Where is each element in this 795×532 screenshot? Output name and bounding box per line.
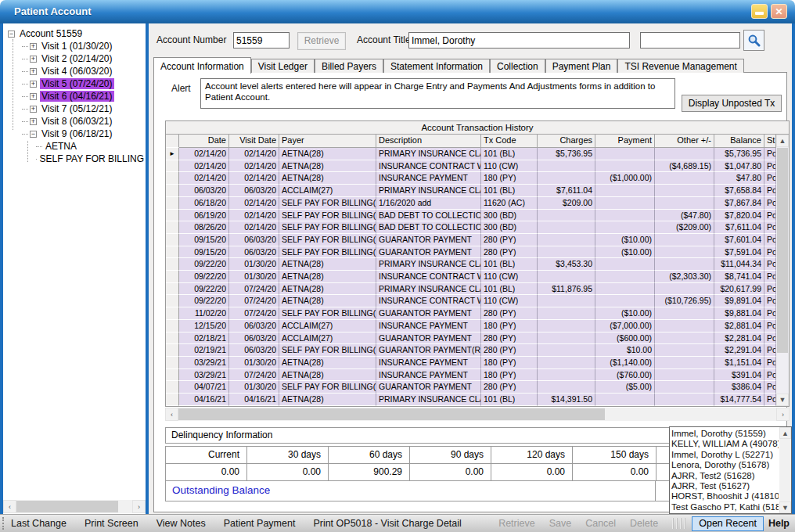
tree-item-visit-8-06-03-21[interactable]: +Visit 8 (06/03/21)	[22, 115, 146, 128]
outstanding-balance-link[interactable]: Outstanding Balance	[172, 484, 270, 496]
row-selector[interactable]	[166, 246, 179, 259]
minimize-button[interactable]	[751, 4, 768, 19]
table-row[interactable]: ►02/14/2002/14/20AETNA(28)PRIMARY INSURA…	[166, 148, 789, 160]
table-row[interactable]: 09/22/2001/30/20AETNA(28)INSURANCE CONTR…	[166, 271, 789, 283]
tab-tsi-revenue-management[interactable]: TSI Revenue Management	[617, 59, 743, 73]
row-selector[interactable]	[166, 307, 179, 320]
recent-patient-item[interactable]: KELLY, WILLIAM A (49078)	[671, 439, 779, 449]
tree-root-account[interactable]: − Account 51559	[8, 27, 146, 40]
table-row[interactable]: 04/07/2101/30/20SELF PAY FOR BILLING(GUA…	[166, 381, 789, 394]
expand-icon[interactable]: +	[30, 56, 37, 63]
tree-item-label[interactable]: Visit 2 (02/14/20)	[40, 53, 114, 64]
expand-icon[interactable]: +	[30, 118, 37, 125]
scroll-left-icon[interactable]: ‹	[165, 408, 178, 421]
row-selector[interactable]	[166, 344, 179, 357]
row-selector[interactable]	[166, 160, 179, 173]
row-selector[interactable]	[166, 332, 179, 345]
tree-item-label[interactable]: Visit 9 (06/18/21)	[40, 128, 114, 139]
row-selector[interactable]	[166, 394, 179, 406]
expand-icon[interactable]: +	[30, 93, 37, 100]
row-selector[interactable]	[166, 283, 179, 296]
tree-child-label[interactable]: SELF PAY FOR BILLING	[38, 153, 146, 164]
recent-patient-item[interactable]: Immel, Dorothy (51559)	[671, 429, 779, 439]
table-row[interactable]: 03/29/2101/30/20AETNA(28)INSURANCE PAYME…	[166, 357, 789, 369]
tree-item-label[interactable]: Visit 8 (06/03/21)	[40, 116, 114, 127]
table-horizontal-scrollbar[interactable]: ‹ ›	[165, 408, 790, 421]
table-row[interactable]: 06/19/2002/14/20SELF PAY FOR BILLING(BAD…	[166, 210, 789, 222]
row-selector[interactable]	[166, 295, 179, 307]
display-unposted-tx-button[interactable]: Display Unposted Tx	[682, 95, 782, 112]
tree-item-visit-1-01-30-20[interactable]: +Visit 1 (01/30/20)	[22, 40, 146, 52]
recent-patient-item[interactable]: Immel, Dorothy L (52271)	[671, 450, 779, 460]
row-selector[interactable]	[166, 221, 179, 234]
recent-patient-item[interactable]: Test Gascho PT, Kathi (5182	[671, 502, 779, 512]
tree-item-label[interactable]: Visit 6 (04/16/21)	[40, 91, 114, 102]
column-header-visit-date[interactable]: Visit Date	[229, 135, 279, 148]
scrollbar-thumb[interactable]	[16, 501, 118, 512]
scroll-right-icon[interactable]: ›	[132, 500, 146, 513]
open-recent-button[interactable]: Open Recent	[692, 516, 764, 531]
table-row[interactable]: 09/22/2007/24/20AETNA(28)INSURANCE CONTR…	[166, 295, 789, 307]
column-header-payer[interactable]: Payer	[279, 135, 376, 148]
column-header-tx-code[interactable]: Tx Code	[481, 135, 538, 148]
tree-item-visit-9-06-18-21[interactable]: −Visit 9 (06/18/21)	[22, 128, 146, 140]
column-header-balance[interactable]: Balance	[714, 135, 764, 148]
close-button[interactable]: ✕	[771, 4, 787, 19]
recent-patient-item[interactable]: HORST, Bhooshit J (41810)	[671, 491, 779, 501]
column-header-date[interactable]: Date	[179, 135, 229, 148]
table-row[interactable]: 09/22/2001/30/20AETNA(28)PRIMARY INSURAN…	[166, 258, 789, 271]
table-row[interactable]: 02/19/2106/03/20SELF PAY FOR BILLING(GUA…	[166, 344, 789, 357]
table-row[interactable]: 02/14/2002/14/20AETNA(28)INSURANCE CONTR…	[166, 160, 789, 173]
scroll-left-icon[interactable]: ‹	[3, 500, 16, 513]
retrieve-button[interactable]: Retrieve	[297, 32, 346, 50]
statusbar-print-op5018-visit-charge-detail[interactable]: Print OP5018 - Visit Charge Detail	[313, 518, 461, 529]
row-selector[interactable]	[166, 197, 179, 210]
statusbar-last-change[interactable]: Last Change	[11, 518, 67, 529]
scroll-up-icon[interactable]: ▲	[776, 135, 789, 147]
tree-item-visit-2-02-14-20[interactable]: +Visit 2 (02/14/20)	[22, 52, 146, 65]
tree-item-label[interactable]: Visit 5 (07/24/20)	[40, 78, 114, 89]
search-button[interactable]	[743, 30, 764, 51]
collapse-icon[interactable]: −	[30, 131, 37, 138]
row-selector[interactable]	[166, 185, 179, 197]
search-input[interactable]	[640, 32, 740, 49]
table-row[interactable]: 04/16/2104/16/21AETNA(28)PRIMARY INSURAN…	[166, 394, 789, 406]
table-row[interactable]: 09/15/2006/03/20SELF PAY FOR BILLING(GUA…	[166, 234, 789, 246]
tree-item-label[interactable]: Visit 4 (06/03/20)	[40, 66, 114, 77]
help-button[interactable]: Help	[768, 518, 790, 529]
table-row[interactable]: 02/14/2002/14/20AETNA(28)INSURANCE PAYME…	[166, 172, 789, 185]
expand-icon[interactable]: +	[30, 43, 37, 50]
tree-item-visit-6-04-16-21[interactable]: +Visit 6 (04/16/21)	[22, 90, 146, 102]
account-number-input[interactable]	[233, 32, 290, 49]
recent-patient-item[interactable]: Lenora, Dorothy (51678)	[671, 460, 779, 470]
scrollbar-thumb[interactable]	[178, 408, 605, 420]
tree-item-label[interactable]: Visit 7 (05/12/21)	[40, 103, 114, 114]
column-header-description[interactable]: Description	[376, 135, 481, 148]
scroll-down-icon[interactable]: ▼	[776, 394, 789, 406]
scroll-up-icon[interactable]: ▲	[779, 427, 791, 439]
collapse-icon[interactable]: −	[8, 31, 15, 38]
tab-collection[interactable]: Collection	[490, 59, 545, 73]
statusbar-print-screen[interactable]: Print Screen	[85, 518, 138, 529]
table-row[interactable]: 08/26/2002/14/20SELF PAY FOR BILLING(BAD…	[166, 221, 789, 234]
expand-icon[interactable]: +	[30, 106, 37, 113]
statusbar-patient-payment[interactable]: Patient Payment	[224, 518, 296, 529]
tree-child-label[interactable]: AETNA	[44, 141, 78, 152]
row-selector[interactable]	[166, 357, 179, 369]
column-header-other[interactable]: Other +/-	[655, 135, 714, 148]
expand-icon[interactable]: +	[30, 81, 37, 88]
row-selector[interactable]	[166, 369, 179, 382]
row-selector[interactable]	[166, 210, 179, 222]
row-selector[interactable]	[166, 234, 179, 246]
tree-horizontal-scrollbar[interactable]: ‹ ›	[3, 500, 146, 513]
row-selector[interactable]	[166, 258, 179, 271]
table-row[interactable]: 02/18/2106/03/20ACCLAIM(27)GUARANTOR PAY…	[166, 332, 789, 345]
column-header-st[interactable]: St	[764, 135, 776, 148]
tab-visit-ledger[interactable]: Visit Ledger	[251, 59, 315, 73]
tree-item-visit-5-07-24-20[interactable]: +Visit 5 (07/24/20)	[22, 77, 146, 90]
tab-account-information[interactable]: Account Information	[153, 57, 251, 74]
recent-patient-item[interactable]: AJRR, Test (51627)	[671, 481, 779, 491]
current-row-marker[interactable]: ►	[166, 148, 179, 160]
tree-child-aetna[interactable]: AETNA	[36, 140, 146, 153]
table-row[interactable]: 09/22/2007/24/20AETNA(28)PRIMARY INSURAN…	[166, 283, 789, 296]
